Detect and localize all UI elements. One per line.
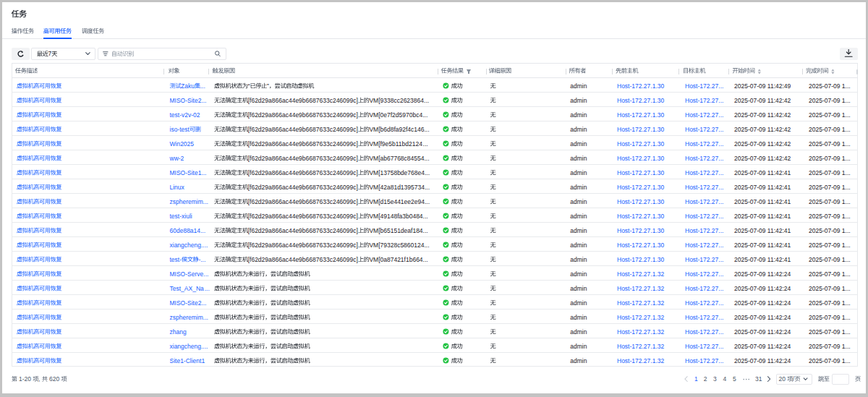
svg-text:Host-172.27.1.30: Host-172.27.1.30	[617, 227, 664, 234]
svg-text:VM[9338cc2623864: VM[9338cc2623864	[369, 97, 424, 104]
svg-text:2025-07-09 1...: 2025-07-09 1...	[809, 285, 851, 292]
svg-text:VM[d15e441ee2e94: VM[d15e441ee2e94	[369, 198, 425, 205]
svg-text:[f62d29a866ac44e9b6687633c2460: [f62d29a866ac44e9b6687633c246099c]	[248, 126, 358, 133]
svg-text:VM[0a87421f1b664: VM[0a87421f1b664	[369, 256, 422, 263]
svg-text:VM[13758bde768e4: VM[13758bde768e4	[369, 169, 425, 176]
svg-text:...: ...	[203, 242, 208, 249]
svg-text:2025-07-09 1...: 2025-07-09 1...	[809, 227, 851, 234]
svg-text:Host-172.27.1.32: Host-172.27.1.32	[617, 357, 664, 364]
svg-text:Host-172.27...: Host-172.27...	[685, 270, 723, 278]
svg-text:...: ...	[424, 97, 429, 104]
svg-text:Host-172.27.1.30: Host-172.27.1.30	[617, 169, 664, 176]
svg-text:“: “	[248, 82, 250, 90]
svg-text:Host-172.27...: Host-172.27...	[685, 227, 723, 234]
svg-text:2025-07-09 1...: 2025-07-09 1...	[809, 169, 851, 176]
svg-text:...: ...	[425, 184, 430, 191]
svg-text:VM[b6d8fa92f4c146: VM[b6d8fa92f4c146	[369, 126, 424, 133]
svg-text:Host-172.27...: Host-172.27...	[685, 314, 723, 321]
svg-text:Host-172.27...: Host-172.27...	[685, 343, 723, 350]
svg-text:2025-07-09 1...: 2025-07-09 1...	[809, 343, 851, 350]
svg-text:admin: admin	[570, 357, 587, 364]
svg-text:2025-07-09 1...: 2025-07-09 1...	[809, 82, 851, 90]
svg-text:zspheremim: zspheremim	[170, 198, 203, 205]
svg-text:zhang: zhang	[170, 328, 187, 336]
svg-text:admin: admin	[570, 270, 587, 278]
svg-text:2025-07-09 11:42:24: 2025-07-09 11:42:24	[734, 285, 791, 292]
svg-text:”: ”	[267, 82, 269, 90]
svg-text:[f62d29a866ac44e9b6687633c2460: [f62d29a866ac44e9b6687633c246099c]	[248, 198, 358, 205]
svg-text:/: /	[793, 375, 795, 383]
svg-text:Host-172.27.1.32: Host-172.27.1.32	[617, 285, 664, 292]
svg-text:2025-07-09 11:42:49: 2025-07-09 11:42:49	[734, 82, 791, 90]
svg-text:2025-07-09 11:42:24: 2025-07-09 11:42:24	[734, 314, 791, 321]
svg-text:VM[b65151deaf184: VM[b65151deaf184	[369, 227, 422, 234]
svg-text:admin: admin	[570, 299, 587, 307]
svg-text:2025-07-09 1...: 2025-07-09 1...	[809, 126, 851, 133]
svg-text:2025-07-09 1...: 2025-07-09 1...	[809, 198, 851, 205]
svg-text:test-v2v-02: test-v2v-02	[170, 111, 200, 119]
svg-text:...: ...	[423, 213, 428, 220]
svg-text:xiangcheng.: xiangcheng.	[170, 242, 203, 249]
svg-text:...: ...	[203, 198, 208, 205]
svg-text:Host-172.27...: Host-172.27...	[685, 111, 723, 119]
svg-text:MISO-Site2: MISO-Site2	[170, 299, 202, 307]
svg-text:...: ...	[425, 155, 430, 162]
svg-text:Host-172.27...: Host-172.27...	[685, 184, 723, 191]
svg-text:Host-172.27.1.30: Host-172.27.1.30	[617, 97, 664, 104]
svg-text:2025-07-09 11:42:42: 2025-07-09 11:42:42	[734, 155, 791, 162]
svg-text:2025-07-09 1...: 2025-07-09 1...	[809, 155, 851, 162]
svg-text:admin: admin	[570, 169, 587, 176]
svg-text:...: ...	[425, 169, 430, 176]
svg-text:Host-172.27.1.30: Host-172.27.1.30	[617, 242, 664, 249]
svg-text:Host-172.27...: Host-172.27...	[685, 285, 723, 292]
svg-text:[f62d29a866ac44e9b6687633c2460: [f62d29a866ac44e9b6687633c246099c]	[248, 213, 358, 220]
svg-text:2025-07-09 11:42:42: 2025-07-09 11:42:42	[734, 126, 791, 133]
svg-text:2025-07-09 1...: 2025-07-09 1...	[809, 140, 851, 148]
svg-text:2025-07-09 11:42:41: 2025-07-09 11:42:41	[734, 169, 791, 176]
svg-text:2025-07-09 11:42:24: 2025-07-09 11:42:24	[734, 270, 791, 278]
svg-text:VM[ab67768c84554: VM[ab67768c84554	[369, 155, 424, 162]
svg-text:,: ,	[38, 375, 42, 383]
svg-text:2025-07-09 1...: 2025-07-09 1...	[809, 314, 851, 321]
svg-text:2025-07-09 1...: 2025-07-09 1...	[809, 97, 851, 104]
svg-text:[f62d29a866ac44e9b6687633c2460: [f62d29a866ac44e9b6687633c246099c]	[248, 184, 358, 191]
svg-text:...: ...	[422, 111, 427, 119]
svg-text:Host-172.27...: Host-172.27...	[685, 242, 723, 249]
svg-text:...: ...	[203, 343, 208, 350]
svg-text:...: ...	[425, 198, 430, 205]
svg-text:2025-07-09 11:42:24: 2025-07-09 11:42:24	[734, 299, 791, 307]
svg-text:7: 7	[48, 50, 52, 57]
svg-text:Host-172.27.1.30: Host-172.27.1.30	[617, 184, 664, 191]
svg-text:admin: admin	[570, 111, 587, 119]
svg-text:VM[0e7f2d5970bc4: VM[0e7f2d5970bc4	[369, 111, 422, 119]
svg-text:admin: admin	[570, 242, 587, 249]
svg-text:admin: admin	[570, 97, 587, 104]
svg-text:1: 1	[694, 375, 698, 383]
svg-text:...: ...	[203, 314, 208, 321]
svg-text:test-: test-	[170, 256, 182, 263]
svg-text:2025-07-09 11:42:41: 2025-07-09 11:42:41	[734, 256, 791, 263]
svg-text:2025-07-09 11:42:42: 2025-07-09 11:42:42	[734, 140, 791, 148]
svg-text:iso-test: iso-test	[170, 126, 190, 133]
svg-text:Host-172.27.1.32: Host-172.27.1.32	[617, 314, 664, 321]
svg-text:...: ...	[423, 140, 428, 148]
svg-text:Site1-Client1: Site1-Client1	[170, 357, 205, 364]
svg-text:1-20: 1-20	[17, 375, 33, 383]
svg-text:2025-07-09 11:42:42: 2025-07-09 11:42:42	[734, 111, 791, 119]
svg-text:Host-172.27.1.32: Host-172.27.1.32	[617, 328, 664, 336]
svg-text:2025-07-09 1...: 2025-07-09 1...	[809, 213, 851, 220]
svg-text:[f62d29a866ac44e9b6687633c2460: [f62d29a866ac44e9b6687633c246099c]	[248, 242, 358, 249]
svg-text:Host-172.27...: Host-172.27...	[685, 140, 723, 148]
svg-text:2025-07-09 1...: 2025-07-09 1...	[809, 256, 851, 263]
svg-text:[f62d29a866ac44e9b6687633c2460: [f62d29a866ac44e9b6687633c246099c]	[248, 227, 358, 234]
svg-text:admin: admin	[570, 314, 587, 321]
svg-text:...: ...	[201, 97, 206, 104]
svg-text:4: 4	[723, 375, 727, 383]
svg-text:Win2025: Win2025	[170, 140, 195, 148]
svg-text:Zaku: Zaku	[181, 82, 195, 90]
svg-text:[f62d29a866ac44e9b6687633c2460: [f62d29a866ac44e9b6687633c246099c]	[248, 169, 358, 176]
svg-text:Host-172.27.1.30: Host-172.27.1.30	[617, 126, 664, 133]
svg-text:2025-07-09 11:42:41: 2025-07-09 11:42:41	[734, 242, 791, 249]
svg-text:3: 3	[713, 375, 717, 383]
svg-text:Test_AX_Na: Test_AX_Na	[170, 285, 205, 292]
